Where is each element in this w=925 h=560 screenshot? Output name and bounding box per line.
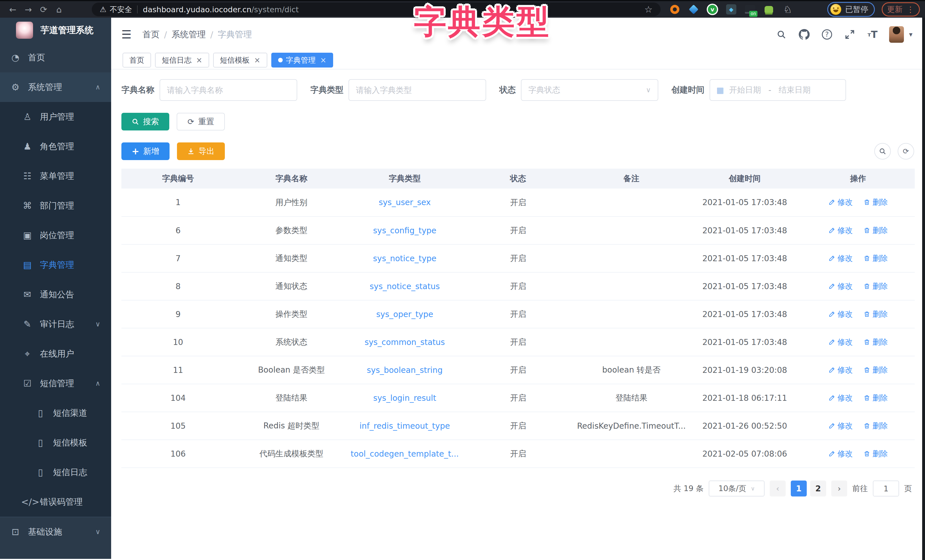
delete-row-button[interactable]: 删除 [863,393,888,403]
help-icon[interactable]: ? [821,28,833,41]
dict-type-input[interactable] [348,79,486,101]
sidebar-menu-item[interactable]: </> 错误码管理 [0,487,111,517]
extension-animal-icon[interactable]: ♘ [782,4,793,15]
sidebar-menu-item[interactable]: ▯ 短信模板 [0,428,111,458]
reload-icon[interactable]: ⟳ [36,2,51,17]
cell-dict-type-link[interactable]: sys_oper_type [376,310,433,319]
sidebar-menu-item[interactable]: ⌖ 在线用户 [0,339,111,369]
extension-orange-ring-icon[interactable] [669,4,681,15]
edit-row-button[interactable]: 修改 [829,281,853,291]
view-tab[interactable]: 短信模板 × [213,53,267,68]
user-avatar[interactable] [889,26,904,43]
sidebar-menu-item[interactable]: ⊡ 基础设施 ∨ [0,517,111,546]
search-button[interactable]: 搜索 [121,113,169,131]
sidebar-menu-item[interactable]: ⚙ 系统管理 ∧ [0,72,111,102]
extension-robot-icon[interactable] [763,4,774,15]
breadcrumb-item[interactable]: 字典管理 [218,29,252,41]
add-button[interactable]: + 新增 [121,142,170,160]
sidebar-menu-item[interactable]: ☑ 短信管理 ∧ [0,369,111,398]
extension-grid-icon[interactable]: ◆ [726,4,737,15]
home-icon[interactable]: ⌂ [51,2,67,17]
delete-row-button[interactable]: 删除 [863,253,888,263]
edit-row-button[interactable]: 修改 [829,197,853,207]
extension-blue-gem-icon[interactable] [688,4,699,15]
dict-name-input[interactable] [160,79,297,101]
status-select[interactable]: 字典状态 ∨ [521,79,658,101]
cell-dict-type-link[interactable]: sys_notice_type [373,254,437,263]
view-tab[interactable]: 字典管理 × [271,53,333,68]
edit-row-button[interactable]: 修改 [829,421,853,431]
prev-page-button[interactable]: ‹ [770,480,786,497]
edit-row-button[interactable]: 修改 [829,309,853,319]
cell-dict-type-link[interactable]: sys_login_result [373,393,436,403]
breadcrumb-item[interactable]: 系统管理 [172,29,206,41]
tab-close-icon[interactable]: × [320,56,327,65]
sidebar-menu-item[interactable]: ◔ 首页 [0,43,111,72]
kebab-menu-icon[interactable]: ⋮ [907,5,914,14]
bookmark-star-icon[interactable]: ☆ [644,4,652,15]
cell-dict-type-link[interactable]: sys_boolean_string [367,366,443,375]
page-scrollbar[interactable] [922,18,925,560]
sidebar-menu-item[interactable]: ✎ 审计日志 ∨ [0,309,111,339]
collapse-sidebar-icon[interactable]: ☰ [121,28,132,41]
view-tab[interactable]: 首页 [122,53,151,68]
avatar-caret-icon[interactable]: ▾ [909,30,913,38]
refresh-table-button[interactable]: ⟳ [898,143,914,160]
font-size-icon[interactable]: тT [866,28,879,41]
delete-row-button[interactable]: 删除 [863,281,888,291]
delete-row-button[interactable]: 删除 [863,421,888,431]
cell-created-time: 2021-01-26 00:52:50 [688,412,801,440]
github-icon[interactable] [798,28,811,41]
cell-dict-type-link[interactable]: sys_notice_status [370,282,440,291]
show-search-toggle-button[interactable] [874,143,891,160]
edit-row-button[interactable]: 修改 [829,449,853,459]
cell-dict-type-link[interactable]: tool_codegen_template_t... [351,449,459,459]
cell-dict-type-link[interactable]: sys_config_type [373,226,436,235]
sidebar-menu-item[interactable]: ☷ 菜单管理 [0,161,111,191]
created-time-label: 创建时间 [671,84,704,96]
cell-dict-type-link[interactable]: sys_common_status [365,337,445,347]
edit-row-button[interactable]: 修改 [829,365,853,375]
sidebar-menu-item[interactable]: ▣ 岗位管理 [0,220,111,250]
fullscreen-icon[interactable] [844,28,856,41]
tab-close-icon[interactable]: × [254,56,261,65]
edit-row-button[interactable]: 修改 [829,337,853,347]
sidebar-menu-item[interactable]: ⌘ 部门管理 [0,191,111,220]
tab-close-icon[interactable]: × [196,56,202,65]
extension-green-circle-icon[interactable]: v [707,4,718,15]
goto-page-input[interactable] [873,480,899,497]
back-icon[interactable]: ← [5,2,21,17]
next-page-button[interactable]: › [831,480,847,497]
sidebar-menu-item[interactable]: ✉ 通知公告 [0,280,111,309]
reset-button[interactable]: ⟳ 重置 [177,113,225,131]
delete-row-button[interactable]: 删除 [863,309,888,319]
cell-dict-type-link[interactable]: inf_redis_timeout_type [360,421,450,431]
export-button[interactable]: 导出 [177,142,225,160]
date-range-picker[interactable]: ▦ 开始日期 - 结束日期 [710,79,846,101]
search-icon[interactable] [775,28,788,41]
extension-list-icon[interactable]: on [744,4,756,15]
address-bar[interactable]: ⚠ 不安全 dashboard.yudao.iocoder.cn /system… [92,3,661,16]
page-size-select[interactable]: 10条/页 ∨ [709,480,765,497]
view-tab[interactable]: 短信日志 × [155,53,209,68]
browser-update-button[interactable]: 更新 ⋮ [882,2,920,17]
breadcrumb-item[interactable]: 首页 [143,29,160,41]
delete-row-button[interactable]: 删除 [863,365,888,375]
sidebar-menu-item[interactable]: ▤ 字典管理 [0,250,111,280]
sidebar-menu-item[interactable]: ▯ 短信渠道 [0,398,111,428]
page-number-button[interactable]: 1 [791,480,807,497]
page-number-button[interactable]: 2 [810,480,826,497]
edit-row-button[interactable]: 修改 [829,253,853,263]
edit-row-button[interactable]: 修改 [829,225,853,236]
sidebar-menu-item[interactable]: ♟ 角色管理 [0,132,111,161]
sidebar-menu-item[interactable]: ♙ 用户管理 [0,102,111,132]
sidebar-menu-item[interactable]: ▯ 短信日志 [0,458,111,487]
forward-icon[interactable]: → [21,2,36,17]
edit-row-button[interactable]: 修改 [829,393,853,403]
delete-row-button[interactable]: 删除 [863,449,888,459]
delete-row-button[interactable]: 删除 [863,197,888,207]
paused-profile-chip[interactable]: 已暂停 [827,2,875,17]
delete-row-button[interactable]: 删除 [863,225,888,236]
delete-row-button[interactable]: 删除 [863,337,888,347]
cell-dict-type-link[interactable]: sys_user_sex [379,198,431,207]
